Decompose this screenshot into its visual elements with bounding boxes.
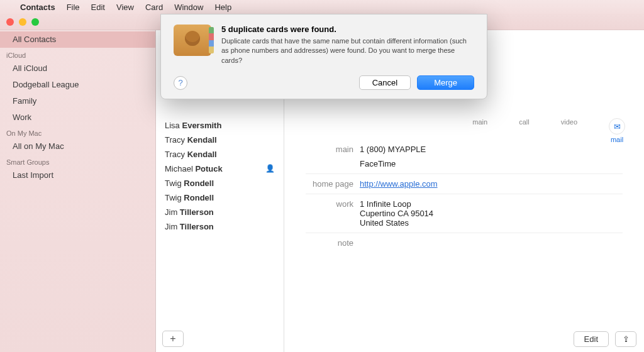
field-note: note [284,236,644,250]
share-button[interactable]: ⇪ [615,331,636,347]
merge-button[interactable]: Merge [417,75,474,90]
system-menubar: Contacts File Edit View Card Window Help [0,0,644,14]
help-button[interactable]: ? [174,76,187,90]
list-item[interactable]: Tracy Kendall [156,147,284,162]
list-item[interactable]: Tracy Kendall [156,133,284,147]
divider [306,233,623,233]
merge-duplicates-dialog: 5 duplicate cards were found. Duplicate … [160,14,487,99]
menu-edit[interactable]: Edit [91,3,105,12]
sidebar-item-last-import[interactable]: Last Import [0,167,155,184]
action-message[interactable]: main [472,118,487,143]
sidebar-item-dodgeball[interactable]: Dodgeball League [0,77,155,93]
divider [306,194,623,194]
sidebar-header-onmymac: On My Mac [0,126,155,138]
sidebar-header-icloud: iCloud [0,48,155,60]
groups-sidebar: All Contacts iCloud All iCloud Dodgeball… [0,30,156,352]
edit-button[interactable]: Edit [574,331,609,347]
homepage-link[interactable]: http://www.apple.com [360,179,438,189]
dialog-body: Duplicate cards that have the same name … [221,36,474,65]
field-address: work 1 Infinite Loop Cupertino CA 95014 … [284,197,644,230]
action-video[interactable]: video [561,118,577,143]
dialog-title: 5 duplicate cards were found. [221,25,474,34]
menu-file[interactable]: File [67,3,80,12]
menu-view[interactable]: View [116,3,134,12]
field-phone: main 1 (800) MYAPPLE [284,142,644,157]
sidebar-item-work[interactable]: Work [0,109,155,126]
window-minimize-button[interactable] [19,18,26,26]
window-zoom-button[interactable] [31,18,39,26]
list-item[interactable]: Jim Tillerson [156,205,284,219]
action-mail[interactable]: ✉mail [609,118,625,143]
sidebar-item-all-contacts[interactable]: All Contacts [0,31,155,48]
action-call[interactable]: call [519,118,530,143]
mail-icon: ✉ [609,118,625,135]
contact-actions-row: main call video ✉mail [284,118,644,143]
list-item[interactable]: Lisa Eversmith [156,118,284,133]
menu-card[interactable]: Card [145,3,163,12]
window-close-button[interactable] [6,18,14,26]
sidebar-header-smartgroups: Smart Groups [0,155,155,167]
field-homepage: home page http://www.apple.com [284,177,644,191]
list-item[interactable]: Michael Potuck👤 [156,162,284,176]
sidebar-item-all-icloud[interactable]: All iCloud [0,60,155,77]
sidebar-item-family[interactable]: Family [0,93,155,109]
list-item[interactable]: Twig Rondell [156,176,284,190]
add-contact-button[interactable]: + [162,331,184,347]
list-item[interactable]: Twig Rondell [156,190,284,205]
divider [306,173,623,174]
menu-help[interactable]: Help [214,3,231,12]
list-item[interactable]: Jim Tillerson [156,219,284,234]
field-facetime: FaceTime [284,157,644,171]
menu-window[interactable]: Window [174,3,203,12]
contacts-app-icon [174,25,211,56]
app-menu[interactable]: Contacts [20,3,55,12]
cancel-button[interactable]: Cancel [359,75,411,90]
me-indicator-icon: 👤 [265,164,275,173]
sidebar-item-all-on-my-mac[interactable]: All on My Mac [0,138,155,155]
share-icon: ⇪ [623,334,630,344]
